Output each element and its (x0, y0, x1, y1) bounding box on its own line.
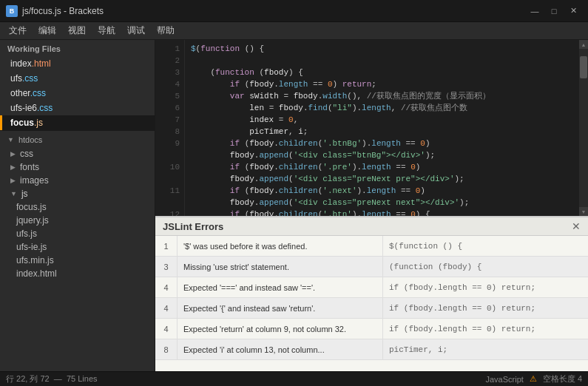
scroll-down-button[interactable]: ▼ (579, 207, 588, 216)
maximize-button[interactable]: □ (545, 4, 563, 18)
menu-navigate[interactable]: 导航 (92, 23, 121, 38)
jslint-row-code: if (fbody.length == 0) return; (382, 277, 588, 297)
tree-images[interactable]: ▶ images (0, 174, 155, 187)
code-editor[interactable]: 1 2 3 4 5 6 7 8 9 10 11 12 $(function ()… (155, 40, 588, 216)
titlebar: B js/focus.js - Brackets — □ ✕ (0, 0, 588, 22)
jslint-row-num: 4 (155, 319, 178, 339)
tree-fonts[interactable]: ▶ fonts (0, 160, 155, 174)
jslint-row-num: 1 (155, 236, 178, 256)
minimize-button[interactable]: — (526, 4, 544, 18)
app-icon: B (6, 5, 18, 17)
line-numbers: 1 2 3 4 5 6 7 8 9 10 11 12 (155, 40, 185, 216)
warning-icon: ⚠ (530, 374, 537, 384)
titlebar-left: B js/focus.js - Brackets (6, 5, 104, 17)
js-child-focus[interactable]: focus.js (10, 200, 155, 214)
sidebar-file-focus-js[interactable]: focus.js (0, 115, 155, 130)
js-triangle: ▼ (10, 190, 17, 197)
scroll-up-button[interactable]: ▲ (579, 40, 588, 49)
js-child-jquery[interactable]: jquery.js (10, 214, 155, 227)
scroll-thumb[interactable] (580, 56, 587, 78)
jslint-row-6[interactable]: 8 Expected 'i' at column 13, not column.… (155, 339, 588, 360)
sidebar-file-other-css[interactable]: other.css (0, 86, 155, 101)
sidebar: Working Files index.html ufs.css other.c… (0, 40, 155, 371)
jslint-panel: JSLint Errors ✕ 1 '$' was used before it… (155, 216, 588, 371)
jslint-row-code: if (fbody.length == 0) return; (382, 298, 588, 318)
js-child-index[interactable]: index.html (10, 267, 155, 280)
editor-scrollbar[interactable]: ▲ ▼ (579, 40, 588, 216)
jslint-title: JSLint Errors (163, 221, 223, 232)
menu-view[interactable]: 视图 (62, 23, 92, 38)
jslint-row-code: (function (fbody) { (382, 257, 588, 277)
statusbar-right: JavaScript ⚠ 空格长度 4 (485, 373, 582, 385)
spaces-label[interactable]: 空格长度 4 (543, 373, 582, 385)
css-triangle: ▶ (10, 150, 16, 158)
tree-css[interactable]: ▶ css (0, 147, 155, 160)
close-button[interactable]: ✕ (564, 4, 582, 18)
jslint-row-num: 8 (155, 339, 178, 359)
js-label: js (21, 189, 28, 199)
editor-area: 1 2 3 4 5 6 7 8 9 10 11 12 $(function ()… (155, 40, 588, 371)
jslint-row-1[interactable]: 1 '$' was used before it was defined. $(… (155, 236, 588, 257)
jslint-row-4[interactable]: 4 Expected '{' and instead saw 'return'.… (155, 298, 588, 319)
scroll-track[interactable] (579, 49, 588, 207)
jslint-row-5[interactable]: 4 Expected 'return' at column 9, not col… (155, 319, 588, 339)
titlebar-controls: — □ ✕ (526, 4, 582, 18)
menubar: 文件 编辑 视图 导航 调试 帮助 (0, 22, 588, 40)
jslint-row-num: 4 (155, 277, 178, 297)
images-triangle: ▶ (10, 177, 16, 184)
jslint-row-code: picTimer, i; (382, 339, 588, 359)
htdocs-triangle: ▼ (7, 136, 14, 143)
warning-indicator[interactable]: ⚠ (530, 374, 537, 384)
statusbar: 行 22, 列 72 — 75 Lines JavaScript ⚠ 空格长度 … (0, 371, 588, 386)
jslint-table: 1 '$' was used before it was defined. $(… (155, 236, 588, 371)
jslint-row-code: $(function () { (382, 236, 588, 256)
jslint-row-msg: Expected '{' and instead saw 'return'. (178, 298, 382, 318)
menu-help[interactable]: 帮助 (151, 23, 180, 38)
js-children: focus.js jquery.js ufs.js ufs-ie.js ufs.… (0, 200, 155, 280)
js-child-ufs[interactable]: ufs.js (10, 227, 155, 240)
jslint-row-msg: Expected 'i' at column 13, not column... (178, 339, 382, 359)
jslint-row-msg: Expected 'return' at column 9, not colum… (178, 319, 382, 339)
menu-debug[interactable]: 调试 (121, 23, 151, 38)
jslint-row-2[interactable]: 3 Missing 'use strict' statement. (funct… (155, 257, 588, 277)
language-label[interactable]: JavaScript (485, 375, 523, 384)
cursor-position: 行 22, 列 72 — 75 Lines (6, 373, 98, 385)
jslint-close-button[interactable]: ✕ (572, 220, 581, 232)
tree-js[interactable]: ▼ js (0, 187, 155, 200)
js-child-ufs-min[interactable]: ufs.min.js (10, 254, 155, 267)
images-label: images (20, 175, 49, 186)
sidebar-file-index-html[interactable]: index.html (0, 56, 155, 71)
jslint-header: JSLint Errors ✕ (155, 217, 588, 236)
fonts-triangle: ▶ (10, 163, 16, 171)
jslint-row-3[interactable]: 4 Expected '===' and instead saw '=='. i… (155, 277, 588, 298)
menu-file[interactable]: 文件 (3, 23, 33, 38)
jslint-row-msg: Expected '===' and instead saw '=='. (178, 277, 382, 297)
main-content: Working Files index.html ufs.css other.c… (0, 40, 588, 371)
htdocs-label: htdocs (18, 135, 42, 144)
fonts-label: fonts (20, 162, 39, 172)
statusbar-left: 行 22, 列 72 — 75 Lines (6, 373, 98, 385)
css-label: css (20, 149, 33, 159)
jslint-row-code: if (fbody.length == 0) return; (382, 319, 588, 339)
working-files-header: Working Files (0, 40, 155, 56)
jslint-row-msg: Missing 'use strict' statement. (178, 257, 382, 277)
sidebar-file-ufs-css[interactable]: ufs.css (0, 71, 155, 86)
menu-edit[interactable]: 编辑 (33, 23, 62, 38)
titlebar-title: js/focus.js - Brackets (22, 6, 104, 16)
js-child-ufs-ie[interactable]: ufs-ie.js (10, 240, 155, 254)
sidebar-file-ufs-ie6-css[interactable]: ufs-ie6.css (0, 101, 155, 115)
jslint-row-msg: '$' was used before it was defined. (178, 236, 382, 256)
code-content[interactable]: $(function () { (function (fbody) { if (… (185, 40, 579, 216)
jslint-row-num: 3 (155, 257, 178, 277)
jslint-row-num: 4 (155, 298, 178, 318)
htdocs-folder[interactable]: ▼ htdocs (0, 130, 155, 147)
